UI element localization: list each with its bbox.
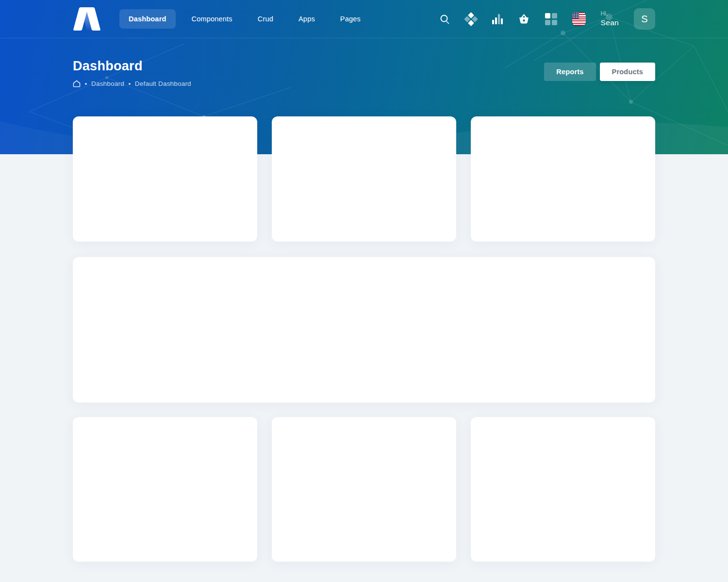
greeting-prefix: Hi, <box>601 10 619 17</box>
page-title: Dashboard <box>73 59 191 74</box>
search-icon <box>440 14 450 24</box>
card-4 <box>73 417 257 562</box>
card-2 <box>272 116 456 242</box>
card-3 <box>471 116 655 242</box>
apps-diamond-icon <box>465 13 477 25</box>
analytics-button[interactable] <box>492 14 503 24</box>
home-icon[interactable] <box>73 80 81 87</box>
language-selector[interactable] <box>572 12 586 26</box>
greeting-name: Sean <box>601 18 619 28</box>
navbar-right-cluster: Hi, Sean S <box>440 8 655 30</box>
nav-item-crud[interactable]: Crud <box>248 9 282 29</box>
grid-icon <box>545 13 557 25</box>
reports-button[interactable]: Reports <box>544 63 596 81</box>
card-5 <box>272 417 456 562</box>
large-panel-card <box>73 257 655 403</box>
brand-logo[interactable] <box>73 7 102 31</box>
apps-menu-button[interactable] <box>465 13 477 25</box>
user-greeting[interactable]: Hi, Sean <box>601 10 619 28</box>
cart-button[interactable] <box>518 13 530 25</box>
breadcrumb: Dashboard Default Dashboard <box>73 80 191 87</box>
bottom-card-row <box>73 417 655 562</box>
main-content <box>0 116 728 582</box>
main-nav: Dashboard Components Crud Apps Pages <box>119 9 370 29</box>
card-1 <box>73 116 257 242</box>
bar-chart-icon <box>492 14 503 24</box>
hero-actions: Reports Products <box>544 63 655 81</box>
breadcrumb-dot <box>129 83 131 85</box>
widgets-button[interactable] <box>545 13 557 25</box>
nav-item-pages[interactable]: Pages <box>331 9 370 29</box>
user-avatar[interactable]: S <box>634 8 655 30</box>
page-title-bar: Dashboard Dashboard Default Dashboard Re… <box>0 38 728 87</box>
nav-item-components[interactable]: Components <box>182 9 242 29</box>
top-navbar: Dashboard Components Crud Apps Pages <box>0 0 728 38</box>
products-button[interactable]: Products <box>600 63 655 81</box>
breadcrumb-dot <box>85 83 87 85</box>
nav-item-apps[interactable]: Apps <box>289 9 324 29</box>
stats-card-row <box>73 116 655 242</box>
page-title-block: Dashboard Dashboard Default Dashboard <box>73 59 191 87</box>
search-button[interactable] <box>440 14 450 24</box>
breadcrumb-item-default-dashboard[interactable]: Default Dashboard <box>135 80 191 87</box>
basket-icon <box>518 13 530 25</box>
card-6 <box>471 417 655 562</box>
nav-item-dashboard[interactable]: Dashboard <box>119 9 176 29</box>
breadcrumb-item-dashboard[interactable]: Dashboard <box>91 80 124 87</box>
